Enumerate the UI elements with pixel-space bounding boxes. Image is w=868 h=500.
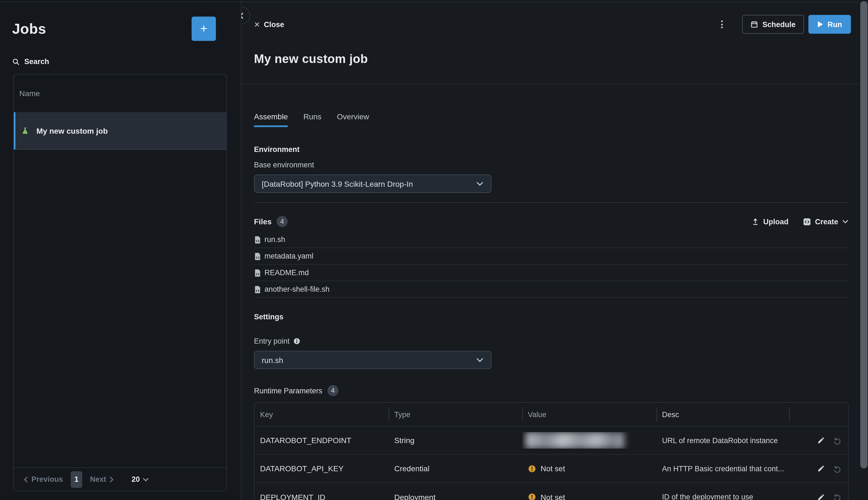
param-type: Credential bbox=[389, 464, 522, 473]
file-row[interactable]: another-shell-file.sh bbox=[254, 281, 849, 298]
file-list: run.sh metadata.yaml README.md another-s… bbox=[254, 231, 849, 298]
calendar-icon bbox=[750, 21, 758, 28]
runtime-params-header: Runtime Parameters 4 bbox=[254, 385, 849, 396]
search-toggle[interactable]: Search bbox=[12, 57, 229, 66]
assemble-tab-content: Environment Base environment [DataRobot]… bbox=[241, 127, 868, 500]
undo-icon bbox=[833, 436, 841, 444]
param-value: Not set bbox=[522, 492, 657, 500]
file-row[interactable]: metadata.yaml bbox=[254, 248, 849, 265]
pencil-icon bbox=[817, 436, 825, 444]
page-title: My new custom job bbox=[254, 52, 868, 66]
schedule-label: Schedule bbox=[762, 20, 795, 29]
next-page-button[interactable]: Next bbox=[90, 475, 114, 484]
environment-section-title: Environment bbox=[254, 145, 849, 154]
param-actions bbox=[789, 464, 848, 473]
upload-icon bbox=[752, 218, 759, 225]
info-icon[interactable] bbox=[293, 338, 300, 345]
param-value: Not set bbox=[522, 464, 657, 473]
redacted-value bbox=[526, 432, 624, 448]
pagination: Previous 1 Next 20 bbox=[14, 467, 227, 491]
runtime-params-count-badge: 4 bbox=[327, 385, 338, 396]
column-header-value: Value bbox=[522, 403, 657, 426]
page-size-select[interactable]: 20 bbox=[132, 475, 149, 484]
chevron-left-icon bbox=[24, 476, 28, 482]
current-page[interactable]: 1 bbox=[71, 471, 82, 488]
list-header: Name bbox=[14, 75, 227, 112]
file-name: README.md bbox=[265, 269, 309, 277]
tab-runs[interactable]: Runs bbox=[303, 112, 321, 127]
file-row[interactable]: run.sh bbox=[254, 231, 849, 248]
reset-button[interactable] bbox=[833, 493, 841, 500]
file-name: run.sh bbox=[265, 235, 285, 243]
reset-button[interactable] bbox=[833, 436, 841, 444]
warning-icon bbox=[528, 493, 536, 500]
param-key: DEPLOYMENT_ID bbox=[255, 492, 389, 500]
close-button[interactable]: ✕ Close bbox=[254, 20, 284, 29]
entry-point-select[interactable]: run.sh bbox=[254, 351, 491, 369]
previous-label: Previous bbox=[32, 475, 63, 484]
search-label: Search bbox=[24, 57, 49, 66]
edit-button[interactable] bbox=[817, 493, 825, 500]
more-actions-button[interactable] bbox=[715, 18, 729, 31]
table-row: DATAROBOT_ENDPOINT String URL of remote … bbox=[255, 427, 848, 455]
file-code-icon bbox=[254, 269, 261, 276]
param-actions bbox=[789, 493, 848, 500]
flask-icon bbox=[21, 126, 29, 135]
runtime-params-table: Key Type Value Desc DATAROBOT_ENDPOINT S… bbox=[254, 402, 849, 500]
next-label: Next bbox=[90, 475, 106, 484]
jobs-app: Jobs + Search Name My new custom job Pre… bbox=[0, 0, 868, 500]
base-environment-value: [DataRobot] Python 3.9 Scikit-Learn Drop… bbox=[262, 179, 413, 188]
param-value-text: Not set bbox=[541, 492, 565, 500]
column-header-key: Key bbox=[255, 403, 389, 426]
scrollbar-thumb[interactable] bbox=[860, 1, 867, 468]
add-job-button[interactable]: + bbox=[192, 16, 216, 41]
plus-icon: + bbox=[200, 23, 207, 35]
chevron-down-icon bbox=[842, 219, 849, 224]
close-label: Close bbox=[264, 20, 285, 29]
table-row: DEPLOYMENT_ID Deployment Not set ID of t… bbox=[255, 483, 848, 500]
file-code-icon bbox=[254, 285, 261, 293]
upload-label: Upload bbox=[763, 217, 788, 226]
file-code-icon bbox=[254, 252, 261, 260]
schedule-button[interactable]: Schedule bbox=[742, 15, 804, 34]
entry-point-value: run.sh bbox=[262, 355, 283, 364]
chevron-down-icon bbox=[476, 181, 484, 186]
base-environment-select[interactable]: [DataRobot] Python 3.9 Scikit-Learn Drop… bbox=[254, 174, 491, 193]
jobs-list-panel: Name My new custom job Previous 1 Next 2… bbox=[13, 74, 227, 491]
file-row[interactable]: README.md bbox=[254, 265, 849, 281]
tab-assemble[interactable]: Assemble bbox=[254, 112, 288, 127]
entry-point-row: Entry point bbox=[254, 337, 849, 345]
files-count-badge: 4 bbox=[277, 216, 288, 227]
param-actions bbox=[789, 436, 848, 444]
column-header-desc: Desc bbox=[657, 403, 789, 426]
top-hairline bbox=[0, 2, 868, 2]
param-value-text: Not set bbox=[541, 464, 565, 473]
param-value bbox=[522, 432, 657, 448]
edit-button[interactable] bbox=[817, 465, 825, 473]
table-header-row: Key Type Value Desc bbox=[255, 403, 848, 427]
create-button[interactable]: Create bbox=[803, 217, 849, 226]
list-column-name: Name bbox=[19, 89, 40, 98]
job-list-item[interactable]: My new custom job bbox=[14, 112, 227, 150]
code-file-icon bbox=[803, 217, 811, 226]
pencil-icon bbox=[817, 465, 825, 473]
file-name: metadata.yaml bbox=[265, 252, 313, 260]
upload-button[interactable]: Upload bbox=[752, 217, 788, 226]
close-icon: ✕ bbox=[254, 20, 260, 29]
tab-bar: Assemble Runs Overview bbox=[254, 112, 868, 127]
column-header-actions bbox=[789, 403, 848, 426]
runtime-params-label: Runtime Parameters bbox=[254, 386, 323, 395]
column-header-type: Type bbox=[389, 403, 522, 426]
entry-point-label: Entry point bbox=[254, 337, 290, 345]
edit-button[interactable] bbox=[817, 436, 825, 444]
param-desc: An HTTP Basic credential that cont... bbox=[657, 464, 789, 473]
tab-overview[interactable]: Overview bbox=[337, 112, 369, 127]
param-type: String bbox=[389, 436, 522, 445]
reset-button[interactable] bbox=[833, 464, 841, 473]
run-button[interactable]: Run bbox=[808, 15, 851, 34]
previous-page-button[interactable]: Previous bbox=[24, 475, 63, 484]
chevron-down-icon bbox=[143, 477, 149, 481]
search-icon bbox=[12, 58, 20, 66]
file-code-icon bbox=[254, 236, 261, 243]
job-detail-panel: ✕ Close Schedule Run My new custom job A… bbox=[241, 0, 868, 500]
